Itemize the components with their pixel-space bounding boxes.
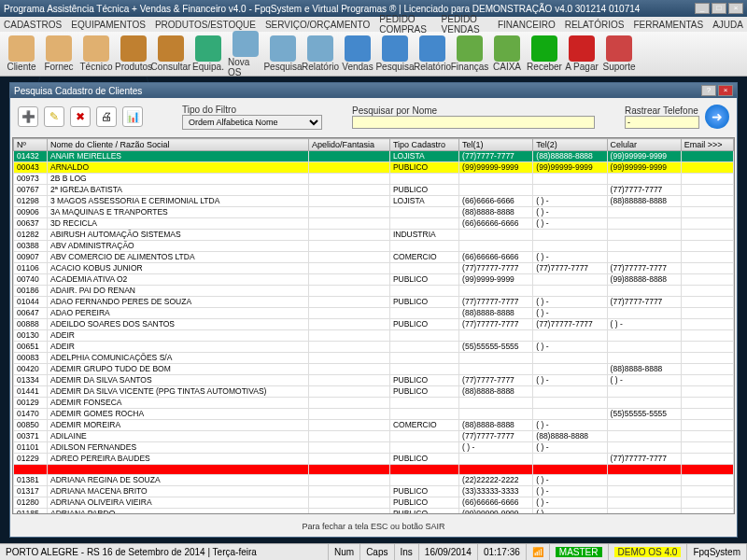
- col-header[interactable]: Nome do Cliente / Razão Social: [47, 139, 308, 151]
- maximize-button[interactable]: □: [712, 3, 726, 14]
- table-row[interactable]: 00850ADEMIR MOREIRACOMERCIO(88)8888-8888…: [14, 420, 734, 431]
- table-row[interactable]: 01381ADRIANA REGINA DE SOUZA(22)22222-22…: [14, 475, 734, 486]
- col-header[interactable]: Apelido/Fantasia: [308, 139, 389, 151]
- close-button[interactable]: ×: [728, 3, 743, 14]
- table-row[interactable]: 01317ADRIANA MACENA BRITOPUBLICO(33)3333…: [14, 486, 734, 497]
- tool-a pagar[interactable]: A Pagar: [564, 35, 599, 72]
- tool-receber[interactable]: Receber: [527, 35, 562, 72]
- export-icon[interactable]: 📊: [122, 106, 143, 127]
- status-brand: FpqSystem: [687, 544, 747, 560]
- minimize-button[interactable]: _: [695, 3, 710, 14]
- table-row[interactable]: 00388ABV ADMINISTRAÇÃO: [14, 241, 734, 252]
- status-num: Num: [329, 544, 360, 560]
- table-row[interactable]: 00888ADEILDO SOARES DOS SANTOSPUBLICO(77…: [14, 319, 734, 330]
- tool-relatório[interactable]: Relatório: [415, 35, 450, 72]
- status-master: MASTER: [556, 547, 602, 557]
- table-row[interactable]: 00420ADEMIR GRUPO TUDO DE BOM(88)8888-88…: [14, 364, 734, 375]
- filter-bar: ➕ ✎ ✖ 🖨 📊 Tipo do Filtro Ordem Alfabetic…: [10, 98, 737, 135]
- menu-relatórios[interactable]: RELATÓRIOS: [565, 20, 625, 30]
- menu-equipamentos[interactable]: EQUIPAMENTOS: [71, 20, 146, 30]
- col-header[interactable]: Celular: [607, 139, 681, 151]
- inner-close-button[interactable]: ×: [718, 85, 733, 96]
- tool-pesquisa[interactable]: Pesquisa: [377, 35, 413, 72]
- table-row[interactable]: [14, 465, 734, 475]
- status-ins: Ins: [395, 544, 419, 560]
- table-row[interactable]: 009732B B LOG: [14, 174, 734, 185]
- status-time: 01:17:36: [478, 544, 527, 560]
- table-row[interactable]: 00371ADILAINE(77)7777-7777(88)8888-8888: [14, 431, 734, 442]
- table-row[interactable]: 01470ADEMIR GOMES ROCHA(55)55555-5555: [14, 409, 734, 420]
- main-toolbar: ClienteFornecTécnicoProdutosConsultarEqu…: [0, 32, 747, 77]
- menu-ajuda[interactable]: AJUDA: [712, 20, 743, 30]
- table-row[interactable]: 00647ADAO PEREIRA(88)8888-8888( ) -: [14, 308, 734, 319]
- menu-pedido compras[interactable]: PEDIDO COMPRAS: [379, 14, 431, 35]
- tool-equipa.[interactable]: Equipa.: [190, 35, 226, 72]
- table-row[interactable]: 01101ADILSON FERNANDES( ) -( ) -: [14, 442, 734, 454]
- table-row[interactable]: 01334ADEMIR DA SILVA SANTOSPUBLICO(77)77…: [14, 375, 734, 386]
- tool-finanças[interactable]: Finanças: [452, 35, 487, 72]
- tool-relatório[interactable]: Relatório: [303, 35, 338, 72]
- tool-nova os[interactable]: Nova OS: [228, 31, 263, 77]
- table-row[interactable]: 01106ACACIO KOBUS JUNIOR(77)77777-7777(7…: [14, 263, 734, 274]
- filter-type-select[interactable]: Ordem Alfabetica Nome: [182, 115, 322, 130]
- table-row[interactable]: 00083ADELPHIA COMUNICAÇÕES S/A: [14, 353, 734, 364]
- table-row[interactable]: 00651ADEIR(55)55555-5555( ) -: [14, 342, 734, 353]
- menu-cadastros[interactable]: CADASTROS: [4, 20, 62, 30]
- table-row[interactable]: 006373D RECICLA(66)66666-6666( ) -: [14, 218, 734, 230]
- table-row[interactable]: 01229ADREO PEREIRA BAUDESPUBLICO(77)7777…: [14, 454, 734, 465]
- col-header[interactable]: Nº: [14, 139, 48, 151]
- filter-type-label: Tipo do Filtro: [182, 105, 322, 115]
- table-row[interactable]: 00129ADEMIR FONSECA: [14, 398, 734, 409]
- menu-produtos/estoque[interactable]: PRODUTOS/ESTOQUE: [155, 20, 256, 30]
- tool-fornec[interactable]: Fornec: [41, 35, 77, 72]
- col-header[interactable]: Email >>>: [681, 139, 733, 151]
- status-demo: DEMO OS 4.0: [614, 547, 682, 557]
- col-header[interactable]: Tel(2): [533, 139, 607, 151]
- status-date: 16/09/2014: [419, 544, 478, 560]
- tool-pesquisa[interactable]: Pesquisa: [265, 35, 301, 72]
- tool-suporte[interactable]: Suporte: [601, 35, 637, 72]
- menu-ferramentas[interactable]: FERRAMENTAS: [633, 20, 703, 30]
- tool-vendas[interactable]: Vendas: [340, 35, 375, 72]
- menu-pedido vendas[interactable]: PEDIDO VENDAS: [442, 14, 488, 35]
- table-row[interactable]: 007672ª IGREJA BATISTAPUBLICO(77)7777-77…: [14, 185, 734, 196]
- print-icon[interactable]: 🖨: [96, 106, 117, 127]
- delete-icon[interactable]: ✖: [70, 106, 91, 127]
- table-row[interactable]: 01441ADEMIR DA SILVA VICENTE (PPG TINTAS…: [14, 386, 734, 398]
- table-row[interactable]: 01044ADAO FERNANDO PERES DE SOUZAPUBLICO…: [14, 297, 734, 308]
- tool-cliente[interactable]: Cliente: [4, 35, 39, 72]
- tool-consultar[interactable]: Consultar: [153, 35, 189, 72]
- search-window-title: Pesquisa Cadastro de Clientes: [14, 86, 142, 96]
- inner-help-button[interactable]: ?: [701, 85, 716, 96]
- tool-caixa[interactable]: CAIXA: [489, 35, 525, 72]
- table-row[interactable]: 00907ABV COMERCIO DE ALIMENTOS LTDACOMER…: [14, 252, 734, 263]
- table-row[interactable]: 00130ADEIR: [14, 330, 734, 342]
- table-row[interactable]: 009063A MAQUINAS E TRANPORTES(88)8888-88…: [14, 207, 734, 218]
- window-titlebar: Programa Assistência Técnica + Vendas & …: [0, 0, 747, 17]
- search-window: Pesquisa Cadastro de Clientes ? × ➕ ✎ ✖ …: [9, 82, 738, 538]
- tool-produtos[interactable]: Produtos: [116, 35, 151, 72]
- menubar: CADASTROSEQUIPAMENTOSPRODUTOS/ESTOQUESER…: [0, 17, 747, 32]
- menu-serviço/orçamento[interactable]: SERVIÇO/ORÇAMENTO: [265, 20, 370, 30]
- table-row[interactable]: 01282ABIRUSH AUTOMAÇÃO SISTEMASINDUSTRIA: [14, 230, 734, 241]
- table-row[interactable]: 00043ARNALDOPUBLICO(99)99999-9999(99)999…: [14, 162, 734, 174]
- table-row[interactable]: 01432ANAIR MEIRELLESLOJISTA(77)7777-7777…: [14, 151, 734, 162]
- col-header[interactable]: Tipo Cadastro: [389, 139, 458, 151]
- col-header[interactable]: Tel(1): [459, 139, 533, 151]
- search-name-input[interactable]: [352, 116, 595, 129]
- table-row[interactable]: 01280ADRIANA OLIVEIRA VIEIRAPUBLICO(66)6…: [14, 497, 734, 509]
- table-row[interactable]: 00186ADAIR. PAI DO RENAN: [14, 286, 734, 297]
- table-row[interactable]: 012983 MAGOS ASSESSORIA E CERIMONIAL LTD…: [14, 196, 734, 207]
- menu-financeiro[interactable]: FINANCEIRO: [498, 20, 556, 30]
- edit-icon[interactable]: ✎: [44, 106, 64, 127]
- table-row[interactable]: 01185ADRIANA PARDOPUBLICO(99)99999-9999(…: [14, 509, 734, 515]
- table-row[interactable]: 00740ACADEMIA ATIVA O2PUBLICO(99)9999-99…: [14, 274, 734, 286]
- search-name-label: Pesquisar por Nome: [352, 105, 595, 116]
- status-location: PORTO ALEGRE - RS 16 de Setembro de 2014…: [0, 544, 329, 560]
- track-phone-label: Rastrear Telefone: [625, 105, 699, 116]
- tool-técnico[interactable]: Técnico: [78, 35, 114, 72]
- clients-grid[interactable]: NºNome do Cliente / Razão SocialApelido/…: [12, 137, 735, 514]
- track-phone-input[interactable]: [625, 116, 699, 129]
- add-icon[interactable]: ➕: [18, 106, 38, 127]
- go-arrow-icon[interactable]: ➜: [705, 105, 729, 129]
